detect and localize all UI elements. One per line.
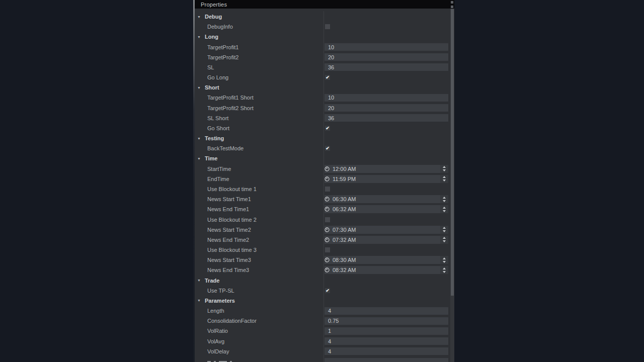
property-label: News Start Time2 [207,227,251,233]
spinner-down-button[interactable] [443,169,446,171]
field-value: 4 [328,338,331,344]
use-blockout-time-1-checkbox[interactable] [325,187,330,192]
field-value: 10 [328,95,334,101]
consolidationfactor-input[interactable]: 0.75 [325,317,448,325]
property-label: SL Short [207,115,228,121]
time-spinner [440,226,448,234]
spinner-down-button[interactable] [443,240,446,242]
starttime-time-picker[interactable]: 12:00 AM [325,165,448,173]
property-row-targetprofit1-short: TargetProfit1 Short10 [195,93,450,103]
time-spinner [440,175,448,183]
property-label: News Start Time3 [207,257,251,263]
volavg-input[interactable]: 4 [325,337,448,345]
section-header-trade[interactable]: ▼Trade [195,275,450,285]
time-value: 07:30 AM [333,227,356,233]
scrollbar-thumb[interactable] [451,9,454,296]
panel-title: Properties [201,2,227,8]
section-label: Debug [205,14,222,20]
spinner-up-button[interactable] [443,257,446,259]
spinner-up-button[interactable] [443,197,446,199]
news-start-time3-time-picker[interactable]: 08:30 AM [325,256,448,264]
clock-icon [325,237,330,242]
go-short-checkbox[interactable]: ✔ [325,126,330,131]
property-row-targetprofit2-short: TargetProfit2 Short20 [195,103,450,113]
properties-grid: ▼DebugDebugInfo▼LongTargetProfit110Targe… [195,9,450,362]
backtestmode-checkbox[interactable]: ✔ [325,146,330,151]
section-label: Testing [205,135,224,141]
news-end-time1-time-picker[interactable]: 06:32 AM [325,205,448,213]
targetprofit1-short-input[interactable]: 10 [325,94,448,102]
spinner-down-button[interactable] [443,179,446,182]
news-start-time1-time-picker[interactable]: 06:30 AM [325,195,448,203]
spinner-up-button[interactable] [443,176,446,178]
use-tp-sl-checkbox[interactable]: ✔ [325,288,330,293]
properties-panel: Properties ▼DebugDebugInfo▼LongTargetPro… [195,0,454,362]
debuginfo-checkbox[interactable] [325,24,330,29]
properties-titlebar[interactable]: Properties [195,0,454,9]
section-header-short[interactable]: ▼Short [195,82,450,93]
field-value: 0.75 [328,318,339,324]
property-row-volavg: VolAvg4 [195,336,450,346]
time-spinner [440,205,448,213]
field-value: 36 [328,64,334,70]
section-header-time[interactable]: ▼Time [195,153,450,163]
news-start-time2-time-picker[interactable]: 07:30 AM [325,226,448,234]
targetprofit1-input[interactable]: 10 [325,43,448,51]
spinner-down-button[interactable] [443,210,446,212]
spinner-up-button[interactable] [443,166,446,168]
targetprofit2-short-input[interactable]: 20 [325,104,448,112]
spinner-up-button[interactable] [443,267,446,269]
sl-short-input[interactable]: 36 [325,114,448,122]
property-label: TargetProfit1 Short [207,95,254,101]
property-row-news-end-time3: News End Time308:32 AM [195,265,450,275]
property-label: StartTime [207,166,231,172]
clock-icon [325,227,330,232]
clock-icon [325,207,330,212]
field-value: 36 [328,115,334,121]
length-input[interactable]: 4 [325,307,448,315]
property-row-volratio: VolRatio1 [195,326,450,336]
field-value: 20 [328,54,334,60]
spinner-down-button[interactable] [443,261,446,263]
use-blockout-time-2-checkbox[interactable] [325,217,330,222]
spinner-up-button[interactable] [443,207,446,209]
property-row-length: Length4 [195,306,450,316]
property-row-use-blockout-time-3: Use Blockout time 3 [195,245,450,255]
go-long-checkbox[interactable]: ✔ [325,75,330,80]
sl-input[interactable]: 36 [325,63,448,71]
targetprofit2-input[interactable]: 20 [325,53,448,61]
volratio-input[interactable]: 1 [325,327,448,335]
section-header-debug[interactable]: ▼Debug [195,12,450,22]
property-row-debuginfo: DebugInfo [195,22,450,32]
property-label: TargetProfit2 Short [207,105,254,111]
field-value: 1 [328,328,331,334]
property-row-endtime: EndTime11:59 PM [195,174,450,184]
section-header-testing[interactable]: ▼Testing [195,133,450,143]
news-end-time2-time-picker[interactable]: 07:32 AM [325,236,448,244]
spinner-down-button[interactable] [443,271,446,273]
spinner-up-button[interactable] [443,237,446,239]
property-label: EndTime [207,176,229,182]
clock-icon [325,267,330,273]
time-value: 08:30 AM [333,257,356,263]
spinner-down-button[interactable] [443,230,446,232]
news-end-time3-time-picker[interactable]: 08:32 AM [325,266,448,274]
collapse-triangle-icon: ▼ [197,279,203,282]
endtime-time-picker[interactable]: 11:59 PM [325,175,448,183]
property-label: Length [207,308,224,314]
property-label: Go Long [207,74,228,80]
section-header-parameters[interactable]: ▼Parameters [195,296,450,306]
section-header-long[interactable]: ▼Long [195,32,450,42]
clipped-value-field[interactable] [325,358,448,362]
property-row-news-start-time3: News Start Time308:30 AM [195,255,450,265]
time-value: 12:00 AM [333,166,356,172]
voldelay-input[interactable]: 4 [325,347,448,355]
clock-icon [325,166,330,171]
time-value: 11:59 PM [333,176,356,182]
use-blockout-time-3-checkbox[interactable] [325,247,330,252]
property-label: Use Blockout time 3 [207,247,257,253]
spinner-down-button[interactable] [443,200,446,202]
vertical-scrollbar[interactable] [450,9,454,362]
field-value: 4 [328,348,331,354]
spinner-up-button[interactable] [443,227,446,229]
